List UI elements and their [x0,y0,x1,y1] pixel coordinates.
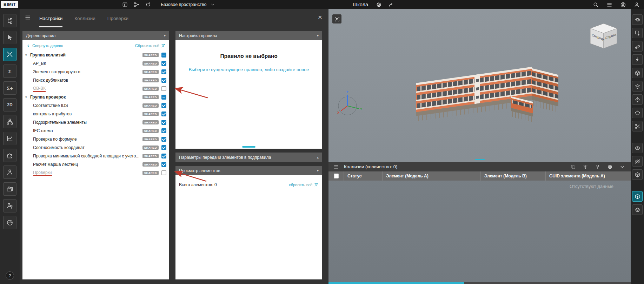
rule-checkbox[interactable] [161,120,166,125]
profile-icon[interactable] [634,2,640,8]
reset-all-link[interactable]: Сбросить всё [135,43,166,48]
tree-row[interactable]: Проверка минимальной свободной площади с… [22,152,169,160]
tree-row[interactable]: ОВ-ВК SHARED [22,84,169,93]
collapse-arrow-icon[interactable]: ▾ [25,95,30,99]
viewport-scrollbar-thumb[interactable] [475,159,485,160]
tree-row[interactable]: Поиск дубликатов SHARED [22,76,169,84]
plugins-icon[interactable] [3,149,16,162]
help-button[interactable]: ? [6,271,14,280]
focus-model-icon[interactable] [632,94,643,105]
tree-row[interactable]: Соответствие IDS SHARED [22,101,169,110]
menu-icon[interactable] [606,2,612,8]
collapse-tree-link[interactable]: Свернуть дерево [26,43,63,48]
tab-checks[interactable]: Проверки [107,9,128,27]
rule-checkbox[interactable] [161,53,166,58]
rule-checkbox[interactable] [161,128,166,133]
workspace-selector[interactable]: Базовое пространство [161,2,215,7]
rule-checkbox[interactable] [161,111,166,116]
area-select-icon[interactable] [632,108,643,118]
tree-row[interactable]: IFC-схема SHARED [22,127,169,135]
analytics-icon[interactable] [3,132,16,145]
rule-checkbox[interactable] [161,145,166,150]
cut-icon[interactable] [632,121,643,131]
column-status[interactable]: Статус [344,171,383,181]
projects-icon[interactable] [3,182,16,196]
merge-icon[interactable] [595,164,600,170]
network-icon[interactable] [134,2,139,7]
tab-collisions[interactable]: Коллизии [74,9,95,27]
drawings-2d-icon[interactable]: 2D [3,98,16,111]
settings-gear-icon[interactable] [376,2,382,8]
profile-icon[interactable] [3,165,16,179]
rule-checkbox[interactable] [161,137,166,142]
rule-checkbox[interactable] [161,61,166,66]
sum-tool-icon[interactable]: Σ [3,65,16,78]
rules-tree-header[interactable]: Дерево правил ▾ [22,31,169,40]
structure-icon[interactable] [3,115,16,128]
tree-row[interactable]: ▾ Группа проверок SHARED [22,93,169,101]
viewport-3d[interactable]: Спереди Справа Z Y X Коллизии (количеств… [328,9,631,284]
scrollbar-thumb[interactable] [242,146,255,148]
reset-elements-link[interactable]: сбросить всё [289,183,319,187]
share-icon[interactable] [388,2,394,8]
show-elements-icon[interactable] [632,143,643,153]
rule-checkbox[interactable] [161,95,166,100]
orbit-icon[interactable] [632,14,643,25]
dashboard-icon[interactable] [3,216,16,229]
quick-check-icon[interactable] [632,54,643,65]
collaboration-icon[interactable] [3,199,16,212]
tree-row[interactable]: ▾ Группа коллизий SHARED [22,51,169,59]
section-plane-icon[interactable] [632,81,643,92]
ghost-mode-icon[interactable] [632,191,643,202]
hide-elements-icon[interactable] [632,156,643,167]
viewport-settings-icon[interactable] [632,204,643,215]
horizontal-scrollbar[interactable] [328,282,631,284]
select-all-checkbox[interactable] [334,174,339,178]
chevron-down-icon[interactable] [619,164,625,170]
copy-icon[interactable] [570,164,576,170]
scrollbar-thumb[interactable] [328,282,464,284]
elements-view-header[interactable]: Просмотр элементов ▾ [175,166,322,175]
collision-tool-icon[interactable] [3,48,16,61]
sync-icon[interactable] [145,2,151,7]
panels-icon[interactable] [122,2,128,7]
column-element-b[interactable]: Элемент (Модель B) [481,171,546,181]
rule-checkbox[interactable] [161,170,166,175]
tree-row[interactable]: Подозрительные элементы SHARED [22,118,169,127]
panel-menu-icon[interactable] [333,164,339,170]
rule-checkbox[interactable] [161,86,166,91]
tree-row[interactable]: Соотносимость координат SHARED [22,143,169,152]
transfer-params-header[interactable]: Параметры передачи элементов в подправил… [175,153,322,162]
column-element-a[interactable]: Элемент (Модель A) [383,171,481,181]
settings-gear-icon[interactable] [607,164,613,170]
tree-row[interactable]: Проверки SHARED [22,169,169,177]
panel-menu-icon[interactable] [25,14,31,22]
rule-settings-header[interactable]: Настройка правила ▾ [175,31,322,40]
tree-row[interactable]: контроль атрибутов SHARED [22,110,169,118]
rule-checkbox[interactable] [161,78,166,83]
rule-checkbox[interactable] [161,69,166,74]
select-tool-icon[interactable] [3,31,16,44]
rule-checkbox[interactable] [161,162,166,167]
tab-settings[interactable]: Настройки [39,9,62,27]
rule-checkbox[interactable] [161,103,166,108]
close-icon[interactable]: × [318,13,322,21]
screenshot-icon[interactable] [332,14,341,23]
section-box-icon[interactable] [632,68,643,78]
tree-row[interactable]: Элемент внтури другого SHARED [22,68,169,76]
tree-row[interactable]: Проверка по формуле SHARED [22,135,169,143]
tree-row[interactable]: Расчет марша лестниц SHARED [22,160,169,169]
rule-checkbox[interactable] [161,154,166,158]
measure-icon[interactable] [632,41,643,52]
select-window-icon[interactable] [632,28,643,38]
row-height-icon[interactable] [583,164,588,170]
collapse-arrow-icon[interactable]: ▾ [25,53,30,57]
3d-building-model[interactable] [406,44,581,128]
search-icon[interactable] [593,2,599,8]
isolate-icon[interactable] [632,169,643,180]
model-tree-icon[interactable] [3,14,16,27]
column-guid-a[interactable]: GUID элемента (Модель A) [546,171,631,181]
account-icon[interactable] [620,2,626,8]
sum-plus-tool-icon[interactable]: Σ+ [3,81,16,95]
tree-row[interactable]: АР_ВК SHARED [22,59,169,68]
